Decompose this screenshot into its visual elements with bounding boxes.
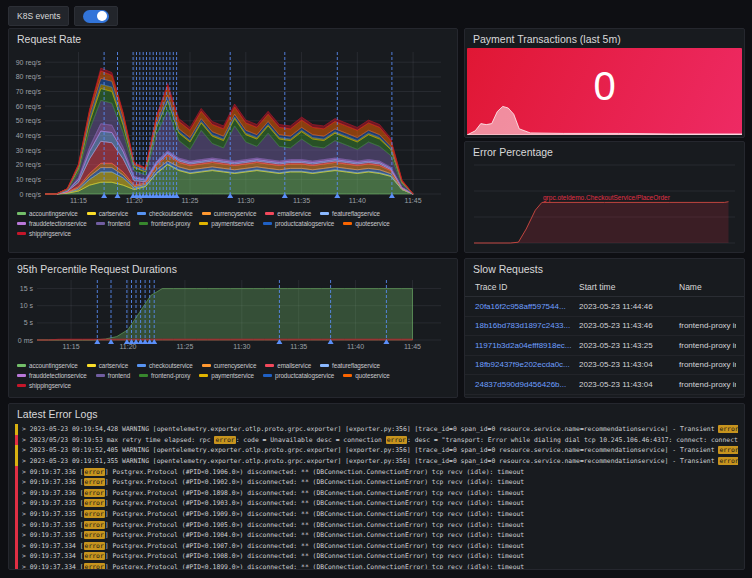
- legend-item-checkoutservice[interactable]: checkoutservice: [137, 209, 193, 218]
- svg-text:80 req/s: 80 req/s: [16, 73, 42, 81]
- log-expand-arrow: >: [22, 468, 30, 476]
- legend-swatch: [17, 364, 26, 367]
- svg-text:11:30: 11:30: [233, 343, 250, 350]
- log-text: 09:19:37.334 [: [30, 552, 84, 560]
- legend-item-shippingservice[interactable]: shippingservice: [17, 381, 71, 390]
- log-text: 2023/05/23 09:19:53 max retry time elaps…: [30, 436, 215, 444]
- error-percentage-chart[interactable]: [470, 159, 739, 249]
- log-line[interactable]: > 09:19:37.335 [error] Postgrex.Protocol…: [15, 509, 738, 520]
- panel-title[interactable]: Payment Transactions (last 5m): [465, 29, 744, 46]
- column-header-name[interactable]: Name: [677, 279, 736, 296]
- log-text: : code = Unavailable desc = connection: [236, 436, 386, 444]
- trace-id-link[interactable]: 11971b3d2a04efff8918ec...: [473, 341, 577, 350]
- legend-item-featureflagservice[interactable]: featureflagservice: [320, 209, 380, 218]
- log-line[interactable]: > 2023/05/23 09:19:53 max retry time ela…: [15, 435, 738, 446]
- p95-chart[interactable]: 0 ms5 s10 s15 s11:1511:2011:2511:3011:35…: [9, 276, 447, 360]
- log-text: ] Postgrex.Protocol (#PID<0.1903.0>) dis…: [105, 499, 524, 507]
- log-error-highlight: error: [84, 552, 105, 560]
- legend-item-productcatalogservice[interactable]: productcatalogservice: [263, 219, 334, 228]
- log-line[interactable]: > 09:19:37.336 [error] Postgrex.Protocol…: [15, 488, 738, 499]
- log-line[interactable]: > 2023-05-23 09:19:54,428 WARNING [opent…: [15, 424, 738, 435]
- log-line[interactable]: > 09:19:37.335 [error] Postgrex.Protocol…: [15, 530, 738, 541]
- trace-id-link[interactable]: 18b16bd783d1897c2433...: [473, 321, 577, 330]
- legend-label: shippingservice: [29, 230, 71, 237]
- log-error-highlight: error: [386, 436, 407, 444]
- legend-item-cartservice[interactable]: cartservice: [87, 209, 128, 218]
- legend-item-currencyservice[interactable]: currencyservice: [202, 209, 257, 218]
- error-series-label[interactable]: grpc.oteldemo.CheckoutService/PlaceOrder: [543, 194, 670, 201]
- legend-swatch: [202, 212, 211, 215]
- log-line[interactable]: > 2023-05-23 09:19:52,405 WARNING [opent…: [15, 445, 738, 456]
- log-line[interactable]: > 2023-05-23 09:19:51,355 WARNING [opent…: [15, 456, 738, 467]
- log-text: 09:19:37.334 [: [30, 542, 84, 550]
- start-time-cell: 2023-05-23 11:43:04: [577, 360, 677, 369]
- legend-swatch: [96, 374, 105, 377]
- legend-item-frontend[interactable]: frontend: [96, 371, 130, 380]
- panel-latest-error-logs: Latest Error Logs > 2023-05-23 09:19:54,…: [8, 403, 745, 570]
- request-rate-chart[interactable]: 0 req/s10 req/s20 req/s30 req/s40 req/s5…: [9, 46, 447, 208]
- svg-text:11:25: 11:25: [176, 343, 193, 350]
- column-header-start-time[interactable]: Start time: [577, 279, 677, 296]
- legend-item-cartservice[interactable]: cartservice: [87, 361, 128, 370]
- log-error-highlight: error: [84, 542, 105, 550]
- panel-title[interactable]: Slow Requests: [465, 259, 744, 276]
- legend-item-quoteservice[interactable]: quoteservice: [343, 219, 390, 228]
- panel-title[interactable]: Request Rate: [9, 29, 457, 46]
- log-text: ] Postgrex.Protocol (#PID<0.1902.0>) dis…: [105, 478, 524, 486]
- legend-item-emailservice[interactable]: emailservice: [265, 361, 311, 370]
- legend-item-frauddetectionservice[interactable]: frauddetectionservice: [17, 219, 87, 228]
- legend-item-frontend-proxy[interactable]: frontend-proxy: [139, 371, 190, 380]
- legend-item-shippingservice[interactable]: shippingservice: [17, 229, 71, 238]
- log-text: 09:19:37.336 [: [30, 478, 84, 486]
- legend-label: productcatalogservice: [275, 220, 334, 227]
- legend-item-checkoutservice[interactable]: checkoutservice: [137, 361, 193, 370]
- log-text: 09:19:37.335 [: [30, 499, 84, 507]
- legend-item-productcatalogservice[interactable]: productcatalogservice: [263, 371, 334, 380]
- table-row: 11971b3d2a04efff8918ec...2023-05-23 11:4…: [465, 336, 744, 356]
- trace-id-link[interactable]: 18fb92437f9e202ecda0c...: [473, 360, 577, 369]
- legend-item-frauddetectionservice[interactable]: frauddetectionservice: [17, 371, 87, 380]
- log-line[interactable]: > 09:19:37.335 [error] Postgrex.Protocol…: [15, 519, 738, 530]
- legend-label: frontend-proxy: [151, 372, 190, 379]
- p95-legend: accountingservicecartservicecheckoutserv…: [9, 360, 457, 391]
- legend-item-paymentservice[interactable]: paymentservice: [199, 219, 254, 228]
- log-line[interactable]: > 09:19:37.334 [error] Postgrex.Protocol…: [15, 541, 738, 552]
- payment-stat-value: 0: [467, 64, 742, 109]
- log-line[interactable]: > 09:19:37.336 [error] Postgrex.Protocol…: [15, 466, 738, 477]
- legend-item-currencyservice[interactable]: currencyservice: [202, 361, 257, 370]
- log-error-highlight: error: [84, 563, 105, 570]
- legend-item-accountingservice[interactable]: accountingservice: [17, 361, 78, 370]
- log-line[interactable]: > 09:19:37.334 [error] Postgrex.Protocol…: [15, 551, 738, 562]
- log-expand-arrow: >: [22, 478, 30, 486]
- panel-title[interactable]: 95th Percentile Request Durations: [9, 259, 457, 276]
- panel-title[interactable]: Latest Error Logs: [9, 404, 744, 421]
- legend-item-featureflagservice[interactable]: featureflagservice: [320, 361, 380, 370]
- legend-swatch: [17, 384, 26, 387]
- log-line[interactable]: > 09:19:37.336 [error] Postgrex.Protocol…: [15, 477, 738, 488]
- column-header-trace-id[interactable]: Trace ID: [473, 279, 577, 296]
- table-row: 18b16bd783d1897c2433...2023-05-23 11:43:…: [465, 317, 744, 337]
- legend-label: shippingservice: [29, 382, 71, 389]
- log-line[interactable]: > 09:19:37.335 [error] Postgrex.Protocol…: [15, 498, 738, 509]
- k8s-events-toggle[interactable]: [74, 6, 118, 26]
- log-text: ] Postgrex.Protocol (#PID<0.1908.0>) dis…: [105, 552, 524, 560]
- trace-id-link[interactable]: 20fa16f2c958aff597544...: [473, 302, 577, 311]
- payment-stat-background[interactable]: 0: [467, 48, 742, 135]
- log-error-highlight: error: [84, 499, 105, 507]
- log-text: 09:19:37.335 [: [30, 510, 84, 518]
- legend-item-frontend[interactable]: frontend: [96, 219, 130, 228]
- svg-text:11:15: 11:15: [70, 197, 87, 204]
- log-line[interactable]: > 09:19:37.334 [error] Postgrex.Protocol…: [15, 562, 738, 570]
- legend-item-paymentservice[interactable]: paymentservice: [199, 371, 254, 380]
- panel-title[interactable]: Error Percentage: [465, 142, 744, 159]
- trace-id-link[interactable]: 24837d590d9d456426b...: [473, 380, 577, 389]
- legend-item-quoteservice[interactable]: quoteservice: [343, 371, 390, 380]
- panel-error-percentage: Error Percentage grpc.oteldemo.CheckoutS…: [464, 141, 745, 253]
- panel-payment-transactions: Payment Transactions (last 5m) 0: [464, 28, 745, 138]
- legend-item-frontend-proxy[interactable]: frontend-proxy: [139, 219, 190, 228]
- log-text: ] Postgrex.Protocol (#PID<0.1898.0>) dis…: [105, 489, 524, 497]
- legend-item-accountingservice[interactable]: accountingservice: [17, 209, 78, 218]
- toggle-track[interactable]: [83, 10, 109, 23]
- legend-item-emailservice[interactable]: emailservice: [265, 209, 311, 218]
- legend-swatch: [17, 232, 26, 235]
